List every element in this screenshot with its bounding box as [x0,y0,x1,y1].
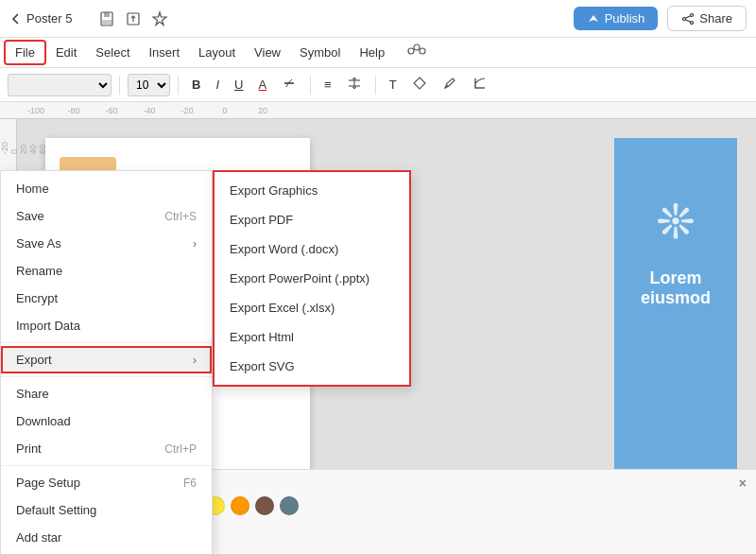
connections-icon [407,43,426,59]
menu-item-file[interactable]: File [4,40,46,65]
menu-import-data[interactable]: Import Data [1,312,212,339]
publish-button[interactable]: Publish [574,7,659,30]
menu-add-star[interactable]: Add star [1,524,212,551]
line-height-button[interactable] [341,73,368,96]
svg-point-13 [414,44,420,50]
italic-button[interactable]: I [210,75,225,95]
menu-item-insert[interactable]: Insert [140,42,190,63]
poster-caption: Loremeiusmod [633,268,718,308]
font-color-button[interactable]: A [252,75,272,95]
export-html[interactable]: Export Html [215,322,409,352]
title-bar-left: Poster 5 [9,10,168,27]
underline-button[interactable]: U [229,75,249,95]
save-icon[interactable] [98,10,115,27]
line-height-icon [347,76,362,91]
publish-icon [587,12,600,26]
separator3 [1,465,212,466]
svg-point-6 [691,13,694,16]
color-swatch-11[interactable] [255,496,274,515]
color-swatch-10[interactable] [231,496,249,515]
ruler-top: -100 -80 -60 -40 -20 0 20 [0,102,756,119]
menu-home[interactable]: Home [1,175,212,202]
svg-rect-2 [102,20,112,25]
svg-point-8 [683,17,686,20]
file-dropdown-menu: Home Save Ctrl+S Save As › Rename Encryp… [0,170,213,554]
separator-3 [310,76,311,95]
export-submenu: Export Graphics Export PDF Export Word (… [213,170,411,387]
menu-item-layout[interactable]: Layout [189,42,245,63]
menu-page-setup[interactable]: Page Setup F6 [1,469,212,496]
menu-print[interactable]: Print Ctrl+P [1,435,212,462]
corner-button[interactable] [467,73,493,96]
export-pdf[interactable]: Export PDF [215,205,409,234]
font-family-select[interactable] [8,74,112,96]
svg-marker-5 [153,12,166,26]
title-bar-right: Publish Share [574,6,747,31]
svg-point-7 [691,21,694,24]
back-icon [9,12,23,26]
strikethrough-button[interactable] [276,73,302,96]
title-bar: Poster 5 Publish [0,0,756,38]
pen-button[interactable] [437,73,463,96]
share-button[interactable]: Share [667,6,747,31]
font-size-select[interactable]: 10 [128,74,170,96]
menu-rename[interactable]: Rename [1,257,212,285]
poster-right-panel: ❊ Loremeiusmod [614,138,737,497]
star-icon[interactable] [151,10,168,27]
menu-item-view[interactable]: View [245,42,290,63]
export-excel[interactable]: Export Excel (.xlsx) [215,293,409,322]
menu-item-symbol[interactable]: Symbol [290,42,350,63]
color-swatch-12[interactable] [280,496,299,515]
menu-encrypt[interactable]: Encrypt [1,285,212,312]
title-bar-icons [98,10,168,27]
separator2 [1,376,212,377]
export-icon[interactable] [125,10,142,27]
menu-download[interactable]: Download [1,407,212,435]
svg-rect-1 [104,12,110,17]
svg-point-11 [408,48,414,54]
pen-icon [442,76,457,91]
menu-share[interactable]: Share [1,380,212,407]
align-button[interactable]: ≡ [318,75,337,95]
menu-bar: File Edit Select Insert Layout View Symb… [0,38,756,68]
svg-line-9 [686,15,691,18]
snowflake-decoration: ❊ [656,195,696,250]
bold-button[interactable]: B [186,75,206,95]
menu-save[interactable]: Save Ctrl+S [1,202,212,230]
svg-line-10 [686,19,691,22]
export-graphics[interactable]: Export Graphics [215,176,409,205]
share-icon [681,12,695,26]
menu-default-setting[interactable]: Default Setting [1,496,212,524]
export-word[interactable]: Export Word (.docx) [215,234,409,264]
corner-icon [472,76,488,91]
text-box-button[interactable]: T [384,75,403,95]
strikethrough-icon [282,76,297,91]
app-title: Poster 5 [26,11,72,26]
menu-save-as[interactable]: Save As › [1,230,212,257]
separator [1,342,212,343]
separator-1 [119,76,120,95]
menu-export[interactable]: Export › [1,346,212,373]
separator-2 [178,76,179,95]
bottom-panel-close[interactable]: × [739,476,747,491]
menu-item-help[interactable]: Help [350,42,394,63]
export-svg[interactable]: Export SVG [215,352,409,381]
menu-item-select[interactable]: Select [86,42,139,63]
separator-4 [375,76,376,95]
fill-button[interactable] [406,73,433,96]
svg-point-12 [420,48,425,54]
menu-item-edit[interactable]: Edit [46,42,86,63]
toolbar: 10 B I U A ≡ T [0,68,756,102]
menu-item-connections[interactable] [398,40,436,65]
back-button[interactable]: Poster 5 [9,11,72,26]
export-powerpoint[interactable]: Export PowerPoint (.pptx) [215,264,409,293]
fill-icon [412,76,427,91]
